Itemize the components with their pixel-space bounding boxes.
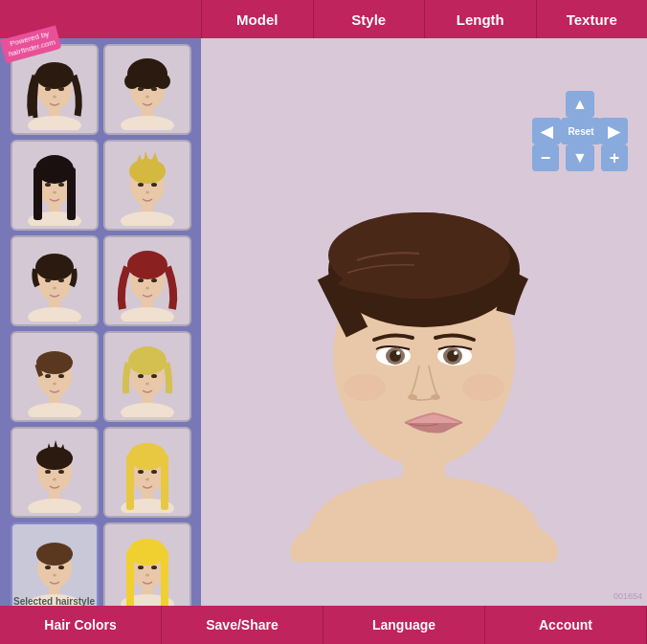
svg-point-61	[128, 346, 167, 375]
nav-plus-button[interactable]: +	[601, 144, 628, 171]
nav-reset-button[interactable]: Reset	[561, 118, 601, 144]
svg-point-60	[121, 403, 174, 417]
hairstyle-7[interactable]	[11, 331, 99, 422]
svg-point-87	[36, 543, 73, 566]
nav-down-button[interactable]: ▼	[566, 144, 594, 171]
svg-point-54	[36, 351, 73, 374]
nav-language[interactable]: Language	[324, 606, 485, 644]
svg-point-24	[45, 183, 51, 187]
nav-minus-button[interactable]: −	[532, 144, 559, 171]
svg-point-56	[58, 374, 64, 378]
svg-point-14	[150, 63, 164, 77]
hairstyle-8[interactable]	[103, 331, 191, 422]
svg-point-41	[45, 278, 51, 282]
svg-point-73	[58, 470, 64, 474]
svg-point-81	[138, 470, 144, 474]
svg-point-99	[145, 574, 149, 577]
hairstyle-5[interactable]	[11, 235, 99, 326]
nav-save-share[interactable]: Save/Share	[162, 606, 324, 644]
svg-point-36	[145, 191, 149, 194]
svg-point-6	[53, 96, 56, 99]
svg-point-34	[138, 183, 144, 187]
svg-point-105	[328, 212, 510, 299]
svg-point-72	[45, 470, 51, 474]
svg-point-98	[151, 566, 157, 569]
nav-style[interactable]: Style	[313, 0, 425, 38]
nav-length[interactable]: Length	[424, 0, 536, 38]
svg-point-3	[35, 62, 74, 89]
main-preview: ▲ ◀ Reset ▶ − ▼ + 001654	[201, 38, 647, 606]
svg-rect-95	[126, 550, 134, 606]
hairstyle-3[interactable]	[11, 140, 99, 231]
svg-point-97	[138, 566, 144, 569]
hairstyle-2[interactable]	[103, 44, 191, 135]
svg-point-89	[58, 566, 64, 569]
svg-point-15	[138, 87, 144, 91]
svg-marker-32	[144, 151, 149, 162]
svg-point-88	[45, 566, 51, 569]
watermark: 001654	[614, 591, 642, 601]
svg-point-35	[151, 183, 157, 187]
hairstyle-9[interactable]	[11, 427, 99, 518]
bottom-nav: Hair Colors Save/Share Language Account	[0, 606, 647, 644]
svg-point-26	[53, 191, 56, 194]
svg-point-5	[58, 87, 64, 91]
nav-hair-colors[interactable]: Hair Colors	[0, 606, 162, 644]
svg-point-49	[151, 278, 157, 282]
svg-point-114	[408, 394, 417, 400]
svg-point-43	[53, 287, 56, 290]
svg-point-63	[151, 374, 157, 378]
svg-point-39	[28, 307, 81, 322]
svg-point-30	[129, 159, 166, 184]
svg-point-46	[121, 307, 174, 322]
svg-point-117	[462, 374, 504, 401]
top-nav: Model Style Length Texture	[0, 0, 647, 38]
svg-point-115	[431, 394, 440, 400]
nav-controls: ▲ ◀ Reset ▶ − ▼ +	[527, 91, 633, 206]
svg-point-68	[36, 447, 73, 470]
svg-rect-80	[161, 455, 168, 510]
svg-point-67	[28, 499, 81, 513]
svg-rect-22	[33, 167, 42, 220]
hairstyle-selected[interactable]: Selected hairstyle	[11, 522, 99, 606]
svg-point-47	[127, 251, 167, 279]
svg-point-50	[145, 287, 149, 290]
svg-point-57	[53, 383, 56, 386]
hair-row-3	[4, 331, 197, 422]
svg-marker-33	[151, 152, 159, 164]
svg-rect-96	[161, 550, 168, 606]
svg-marker-70	[54, 440, 58, 450]
svg-point-116	[344, 374, 386, 401]
nav-model[interactable]: Model	[201, 0, 313, 38]
svg-point-29	[121, 211, 174, 226]
svg-marker-31	[136, 154, 143, 164]
hair-row-2	[4, 235, 197, 326]
svg-point-25	[58, 183, 64, 187]
svg-point-62	[138, 374, 144, 378]
sidebar: Selected hairstyle	[0, 38, 201, 606]
nav-right-button[interactable]: ▶	[599, 118, 628, 144]
svg-point-55	[45, 374, 51, 378]
svg-point-53	[28, 403, 81, 417]
nav-up-button[interactable]: ▲	[566, 91, 594, 118]
hairstyle-6[interactable]	[103, 235, 191, 326]
hairstyle-10[interactable]	[103, 427, 191, 518]
hair-row-5: Selected hairstyle	[4, 522, 197, 606]
hairstyle-12[interactable]	[103, 522, 191, 606]
svg-point-40	[35, 254, 74, 280]
hair-row-4	[4, 427, 197, 518]
hairstyle-4[interactable]	[103, 140, 191, 231]
svg-rect-23	[67, 167, 76, 220]
hair-row-1	[4, 140, 197, 231]
nav-texture[interactable]: Texture	[536, 0, 648, 38]
svg-point-48	[138, 278, 144, 282]
selected-hairstyle-label: Selected hairstyle	[13, 596, 95, 606]
svg-point-4	[45, 87, 51, 91]
nav-left-button[interactable]: ◀	[532, 118, 561, 144]
svg-point-113	[454, 351, 457, 355]
nav-account[interactable]: Account	[485, 606, 647, 644]
svg-rect-79	[126, 455, 134, 510]
hair-row-0	[4, 44, 197, 135]
svg-point-64	[145, 383, 149, 386]
svg-point-42	[58, 278, 64, 282]
